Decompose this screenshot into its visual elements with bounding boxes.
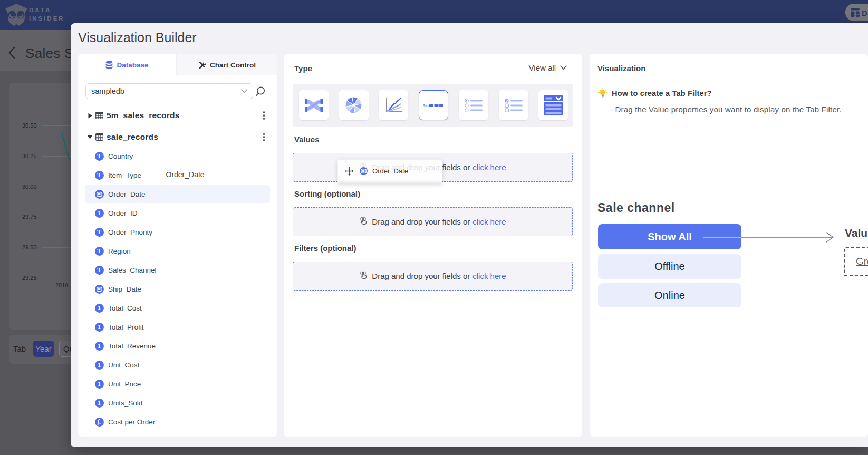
svg-text:Tab: Tab — [423, 104, 429, 108]
